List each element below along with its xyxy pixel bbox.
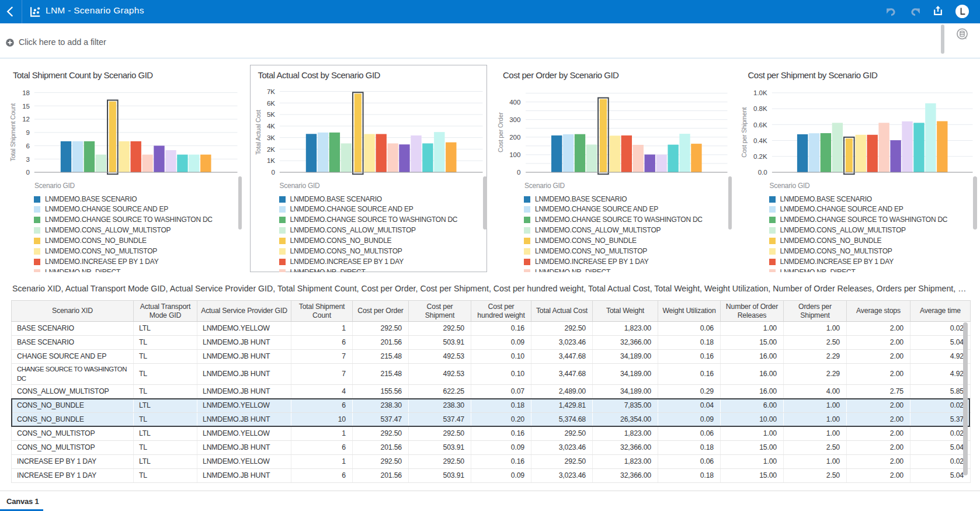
svg-text:5K: 5K	[266, 111, 274, 118]
svg-text:12: 12	[22, 116, 30, 123]
svg-text:3: 3	[26, 156, 30, 163]
svg-text:18: 18	[22, 89, 30, 96]
svg-text:0: 0	[26, 169, 30, 176]
svg-text:6: 6	[26, 142, 30, 150]
svg-text:Total Shipment Count: Total Shipment Count	[9, 103, 16, 161]
svg-text:15: 15	[22, 103, 30, 110]
svg-text:0: 0	[271, 169, 274, 176]
svg-text:0.2K: 0.2K	[753, 153, 767, 160]
svg-text:Total Actual Cost: Total Actual Cost	[255, 110, 262, 155]
svg-text:1.0K: 1.0K	[753, 89, 767, 96]
svg-text:0.6K: 0.6K	[753, 121, 767, 128]
svg-text:6K: 6K	[266, 100, 274, 107]
svg-text:300: 300	[509, 116, 520, 123]
svg-text:0.8K: 0.8K	[753, 105, 767, 112]
svg-text:Cost per Order: Cost per Order	[497, 112, 504, 152]
svg-text:4K: 4K	[266, 123, 274, 130]
svg-text:7K: 7K	[266, 88, 274, 95]
svg-text:9: 9	[26, 129, 30, 136]
svg-text:Cost per Shipment: Cost per Shipment	[740, 107, 747, 157]
svg-text:1K: 1K	[266, 157, 274, 164]
svg-text:200: 200	[509, 134, 520, 141]
svg-text:400: 400	[509, 99, 520, 106]
svg-text:0.4K: 0.4K	[753, 137, 767, 144]
svg-text:2K: 2K	[266, 146, 274, 153]
svg-text:3K: 3K	[266, 134, 274, 141]
svg-text:0: 0	[517, 169, 520, 176]
svg-text:0.0: 0.0	[757, 169, 767, 176]
svg-text:100: 100	[509, 151, 520, 158]
